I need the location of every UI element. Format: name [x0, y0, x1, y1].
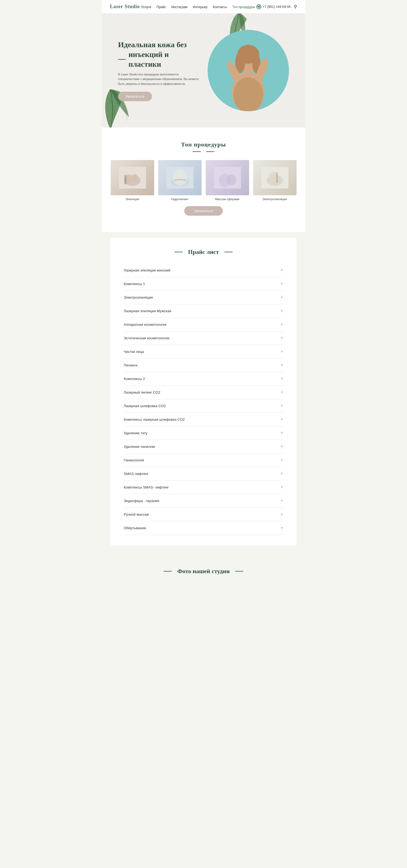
price-items-list: Лазерная эпиляция женский + Комплексы 1 …: [124, 264, 283, 535]
price-item-expand-icon[interactable]: +: [281, 444, 283, 450]
nav-item-contacts[interactable]: Контакты: [213, 4, 227, 9]
price-item[interactable]: Удаление тату +: [124, 426, 283, 440]
price-item-label: Комплексы SMAS- лифтинг: [124, 485, 169, 489]
price-item[interactable]: Эндосфера - терапия +: [124, 494, 283, 508]
price-item[interactable]: Комплексы лазерная шлифовка CO2 +: [124, 413, 283, 426]
price-item[interactable]: Лазерная эпиляция Мужская +: [124, 304, 283, 318]
procedure-label-electroepilation: Электроэпиляция: [253, 197, 296, 201]
nav-item-interior[interactable]: Интерьер: [193, 4, 208, 9]
price-item-expand-icon[interactable]: +: [281, 430, 283, 436]
procedure-label-hydropiling: Гидропилинг: [158, 197, 201, 201]
hero-title: Идеальная кожа без инъекций и пластики: [118, 40, 199, 69]
price-item-label: Эндосфера - терапия: [124, 499, 159, 503]
section-divider: [110, 151, 297, 152]
price-item-expand-icon[interactable]: +: [281, 403, 283, 409]
price-item[interactable]: Пилинги +: [124, 359, 283, 372]
phone-number[interactable]: ☎ +7 (951) 144-04-04: [256, 4, 291, 9]
price-item-expand-icon[interactable]: +: [281, 294, 283, 300]
nav-item-price[interactable]: Прайс: [157, 4, 166, 9]
price-item-expand-icon[interactable]: +: [281, 322, 283, 328]
foto-section: Фото нашей студии: [102, 557, 305, 584]
price-item[interactable]: SMAS лифтинг +: [124, 467, 283, 480]
price-item[interactable]: Удаление папилом +: [124, 440, 283, 454]
price-item-label: Лазерный пилинг CO2: [124, 390, 160, 394]
price-item[interactable]: Обёртывание +: [124, 521, 283, 535]
price-item[interactable]: Комплексы 1 +: [124, 277, 283, 291]
price-item-expand-icon[interactable]: +: [281, 308, 283, 314]
procedure-card-massage: Массаж сферами: [206, 160, 249, 201]
procedure-card-electroepilation: Электроэпиляция: [253, 160, 296, 201]
price-item-expand-icon[interactable]: +: [281, 390, 283, 395]
procedures-signup-button[interactable]: Записаться: [184, 206, 222, 216]
price-item-label: Обёртывание: [124, 526, 146, 530]
price-item[interactable]: Аппаратная косметология +: [124, 318, 283, 332]
procedures-button-wrap: Записаться: [110, 206, 297, 216]
price-item-expand-icon[interactable]: +: [281, 376, 283, 382]
price-item-expand-icon[interactable]: +: [281, 457, 283, 463]
price-item-expand-icon[interactable]: +: [281, 349, 283, 354]
top-procedures-section: Топ процедуры Эпиляция: [102, 127, 305, 232]
svg-rect-24: [276, 172, 278, 183]
svg-rect-12: [124, 175, 126, 184]
procedure-image-epilation: [111, 160, 154, 195]
price-item[interactable]: Ручной массаж +: [124, 508, 283, 521]
hero-circle-image: [208, 30, 289, 111]
hero-content: Идеальная кожа без инъекций и пластики В…: [118, 40, 199, 101]
price-item[interactable]: Лазерный пилинг CO2 +: [124, 386, 283, 399]
price-item-expand-icon[interactable]: +: [281, 416, 283, 422]
pricelist-title: Прайс лист: [124, 248, 283, 255]
price-item-expand-icon[interactable]: +: [281, 485, 283, 490]
epilation-img-svg: [119, 167, 146, 188]
massage-img-svg: [214, 167, 241, 188]
price-item-expand-icon[interactable]: +: [281, 362, 283, 368]
hero-image: [208, 30, 289, 111]
procedure-image-hydropiling: [158, 160, 201, 195]
procedure-image-massage: [206, 160, 249, 195]
price-item[interactable]: Гинекология +: [124, 454, 283, 467]
hero-description: В Laser Studio все процедуры выполняются…: [118, 72, 199, 87]
procedure-label-epilation: Эпиляция: [111, 197, 154, 201]
price-item-expand-icon[interactable]: +: [281, 512, 283, 517]
nav-item-instagram[interactable]: Инстаграм: [171, 4, 187, 9]
price-item[interactable]: Комплексы 2 +: [124, 372, 283, 386]
price-item-label: Аппаратная косметология: [124, 322, 166, 327]
price-item-expand-icon[interactable]: +: [281, 471, 283, 476]
electroepilation-img-svg: [261, 167, 288, 188]
procedure-label-massage: Массаж сферами: [206, 197, 249, 201]
price-item[interactable]: Комплексы SMAS- лифтинг +: [124, 480, 283, 494]
price-item-expand-icon[interactable]: +: [281, 335, 283, 341]
nav-menu: Услуги Прайс Инстаграм Интерьер Контакты…: [141, 4, 255, 9]
nav-item-services[interactable]: Услуги: [141, 4, 151, 9]
search-icon[interactable]: ⚲: [294, 4, 297, 9]
svg-point-7: [233, 77, 263, 111]
top-procedures-title: Топ процедуры: [110, 141, 297, 148]
navbar-right: ☎ +7 (951) 144-04-04 ⚲: [256, 4, 297, 9]
price-item[interactable]: Эстетическая косметология +: [124, 332, 283, 345]
price-item-expand-icon[interactable]: +: [281, 525, 283, 531]
svg-point-19: [226, 175, 236, 185]
price-item[interactable]: Чистки лица +: [124, 345, 283, 359]
price-item-label: Пилинги: [124, 363, 137, 367]
site-logo[interactable]: Laser Studio: [110, 4, 140, 9]
procedures-grid: Эпиляция Гидропилинг: [110, 160, 297, 201]
price-item[interactable]: Лазерная эпиляция женский +: [124, 264, 283, 277]
nav-item-top-procedures[interactable]: Топ процедуры: [232, 4, 255, 9]
price-item-expand-icon[interactable]: +: [281, 281, 283, 287]
price-item-label: Удаление тату: [124, 431, 148, 435]
svg-point-15: [173, 169, 187, 186]
svg-point-11: [132, 174, 138, 183]
price-item[interactable]: Лазерная шлифовка CO2 +: [124, 399, 283, 413]
price-item-expand-icon[interactable]: +: [281, 498, 283, 504]
price-item-label: Лазерная шлифовка CO2: [124, 404, 166, 408]
phone-icon: ☎: [256, 4, 261, 9]
price-item-expand-icon[interactable]: +: [281, 268, 283, 273]
price-item-label: Эстетическая косметология: [124, 336, 169, 340]
price-item-label: Комплексы 2: [124, 377, 145, 381]
navbar: Laser Studio Услуги Прайс Инстаграм Инте…: [102, 0, 305, 13]
price-item-label: Удаление папилом: [124, 444, 155, 448]
pricelist-box: Прайс лист Лазерная эпиляция женский + К…: [110, 237, 297, 546]
price-item[interactable]: Электроэпиляция +: [124, 291, 283, 304]
hero-section: Идеальная кожа без инъекций и пластики В…: [102, 13, 305, 127]
hero-signup-button[interactable]: Записаться: [118, 92, 152, 101]
price-item-label: SMAS лифтинг: [124, 472, 149, 476]
